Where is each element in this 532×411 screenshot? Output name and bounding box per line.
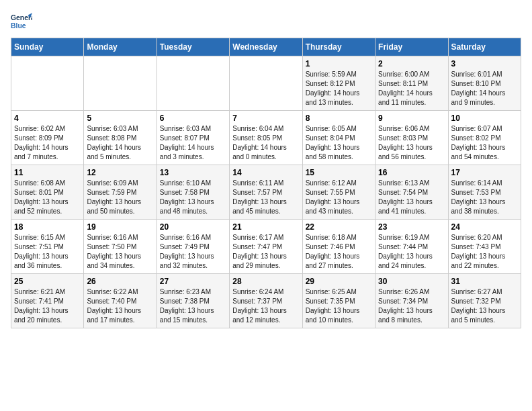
calendar-week-row: 18Sunrise: 6:15 AM Sunset: 7:51 PM Dayli…: [11, 220, 521, 274]
day-info: Sunrise: 6:16 AM Sunset: 7:50 PM Dayligh…: [87, 233, 153, 271]
day-info: Sunrise: 6:09 AM Sunset: 7:59 PM Dayligh…: [87, 179, 153, 216]
calendar-cell: 26Sunrise: 6:22 AM Sunset: 7:40 PM Dayli…: [84, 274, 157, 328]
calendar-cell: 27Sunrise: 6:23 AM Sunset: 7:38 PM Dayli…: [157, 274, 229, 328]
calendar-cell: 2Sunrise: 6:00 AM Sunset: 8:11 PM Daylig…: [375, 56, 448, 111]
day-number: 16: [378, 168, 445, 177]
day-info: Sunrise: 6:27 AM Sunset: 7:32 PM Dayligh…: [451, 287, 518, 325]
day-info: Sunrise: 6:02 AM Sunset: 8:09 PM Dayligh…: [14, 124, 81, 162]
calendar-week-row: 4Sunrise: 6:02 AM Sunset: 8:09 PM Daylig…: [11, 111, 521, 165]
calendar-week-row: 11Sunrise: 6:08 AM Sunset: 8:01 PM Dayli…: [11, 165, 521, 220]
day-number: 2: [378, 59, 445, 68]
calendar-cell: 28Sunrise: 6:24 AM Sunset: 7:37 PM Dayli…: [230, 274, 302, 328]
day-number: 27: [160, 277, 226, 286]
day-info: Sunrise: 6:00 AM Sunset: 8:11 PM Dayligh…: [378, 70, 445, 107]
day-number: 25: [14, 277, 81, 286]
day-number: 24: [451, 222, 518, 232]
day-info: Sunrise: 6:11 AM Sunset: 7:57 PM Dayligh…: [232, 179, 299, 216]
logo: General Blue: [11, 11, 32, 32]
day-number: 20: [160, 222, 226, 232]
day-number: 13: [160, 168, 226, 177]
day-number: 19: [87, 222, 153, 232]
day-number: 6: [160, 113, 226, 123]
day-info: Sunrise: 6:25 AM Sunset: 7:35 PM Dayligh…: [306, 287, 372, 325]
day-info: Sunrise: 6:24 AM Sunset: 7:37 PM Dayligh…: [232, 287, 299, 325]
calendar-cell: 17Sunrise: 6:14 AM Sunset: 7:53 PM Dayli…: [448, 165, 521, 220]
weekday-header: Friday: [375, 38, 448, 56]
day-info: Sunrise: 6:03 AM Sunset: 8:08 PM Dayligh…: [87, 124, 153, 162]
day-number: 8: [306, 113, 372, 123]
calendar-cell: 3Sunrise: 6:01 AM Sunset: 8:10 PM Daylig…: [448, 56, 521, 111]
day-info: Sunrise: 6:21 AM Sunset: 7:41 PM Dayligh…: [14, 287, 81, 325]
day-number: 29: [306, 277, 372, 286]
calendar-cell: 11Sunrise: 6:08 AM Sunset: 8:01 PM Dayli…: [11, 165, 84, 220]
calendar-cell: 10Sunrise: 6:07 AM Sunset: 8:02 PM Dayli…: [448, 111, 521, 165]
calendar-cell: [157, 56, 229, 111]
day-number: 26: [87, 277, 153, 286]
calendar-cell: 18Sunrise: 6:15 AM Sunset: 7:51 PM Dayli…: [11, 220, 84, 274]
day-info: Sunrise: 5:59 AM Sunset: 8:12 PM Dayligh…: [306, 70, 372, 107]
day-number: 18: [14, 222, 81, 232]
day-info: Sunrise: 6:07 AM Sunset: 8:02 PM Dayligh…: [451, 124, 518, 162]
calendar-cell: 7Sunrise: 6:04 AM Sunset: 8:05 PM Daylig…: [230, 111, 302, 165]
day-info: Sunrise: 6:08 AM Sunset: 8:01 PM Dayligh…: [14, 179, 81, 216]
weekday-header: Tuesday: [157, 38, 229, 56]
day-info: Sunrise: 6:19 AM Sunset: 7:44 PM Dayligh…: [378, 233, 445, 271]
day-number: 15: [306, 168, 372, 177]
day-info: Sunrise: 6:22 AM Sunset: 7:40 PM Dayligh…: [87, 287, 153, 325]
weekday-header: Thursday: [302, 38, 375, 56]
day-number: 31: [451, 277, 518, 286]
day-info: Sunrise: 6:26 AM Sunset: 7:34 PM Dayligh…: [378, 287, 445, 325]
calendar-table: SundayMondayTuesdayWednesdayThursdayFrid…: [11, 38, 521, 328]
day-info: Sunrise: 6:10 AM Sunset: 7:58 PM Dayligh…: [160, 179, 226, 216]
weekday-header: Wednesday: [230, 38, 302, 56]
day-info: Sunrise: 6:14 AM Sunset: 7:53 PM Dayligh…: [451, 179, 518, 216]
day-number: 17: [451, 168, 518, 177]
calendar-cell: 4Sunrise: 6:02 AM Sunset: 8:09 PM Daylig…: [11, 111, 84, 165]
calendar-cell: [230, 56, 302, 111]
calendar-cell: 1Sunrise: 5:59 AM Sunset: 8:12 PM Daylig…: [302, 56, 375, 111]
calendar-cell: 25Sunrise: 6:21 AM Sunset: 7:41 PM Dayli…: [11, 274, 84, 328]
day-number: 3: [451, 59, 518, 68]
day-info: Sunrise: 6:17 AM Sunset: 7:47 PM Dayligh…: [232, 233, 299, 271]
calendar-week-row: 25Sunrise: 6:21 AM Sunset: 7:41 PM Dayli…: [11, 274, 521, 328]
day-number: 30: [378, 277, 445, 286]
calendar-cell: 12Sunrise: 6:09 AM Sunset: 7:59 PM Dayli…: [84, 165, 157, 220]
calendar-cell: 21Sunrise: 6:17 AM Sunset: 7:47 PM Dayli…: [230, 220, 302, 274]
calendar-body: 1Sunrise: 5:59 AM Sunset: 8:12 PM Daylig…: [11, 56, 521, 328]
calendar-cell: [84, 56, 157, 111]
calendar-cell: 24Sunrise: 6:20 AM Sunset: 7:43 PM Dayli…: [448, 220, 521, 274]
day-info: Sunrise: 6:18 AM Sunset: 7:46 PM Dayligh…: [306, 233, 372, 271]
calendar-cell: 14Sunrise: 6:11 AM Sunset: 7:57 PM Dayli…: [230, 165, 302, 220]
calendar-cell: 6Sunrise: 6:03 AM Sunset: 8:07 PM Daylig…: [157, 111, 229, 165]
logo-icon: General Blue: [11, 11, 32, 32]
day-info: Sunrise: 6:16 AM Sunset: 7:49 PM Dayligh…: [160, 233, 226, 271]
day-number: 1: [306, 59, 372, 68]
calendar-cell: 19Sunrise: 6:16 AM Sunset: 7:50 PM Dayli…: [84, 220, 157, 274]
calendar-cell: 13Sunrise: 6:10 AM Sunset: 7:58 PM Dayli…: [157, 165, 229, 220]
weekday-header: Saturday: [448, 38, 521, 56]
calendar-cell: 15Sunrise: 6:12 AM Sunset: 7:55 PM Dayli…: [302, 165, 375, 220]
day-info: Sunrise: 6:23 AM Sunset: 7:38 PM Dayligh…: [160, 287, 226, 325]
day-number: 23: [378, 222, 445, 232]
day-number: 22: [306, 222, 372, 232]
day-number: 5: [87, 113, 153, 123]
day-info: Sunrise: 6:15 AM Sunset: 7:51 PM Dayligh…: [14, 233, 81, 271]
calendar-cell: 5Sunrise: 6:03 AM Sunset: 8:08 PM Daylig…: [84, 111, 157, 165]
day-number: 28: [232, 277, 299, 286]
day-number: 14: [232, 168, 299, 177]
weekday-header: Monday: [84, 38, 157, 56]
calendar-cell: 29Sunrise: 6:25 AM Sunset: 7:35 PM Dayli…: [302, 274, 375, 328]
calendar-cell: 30Sunrise: 6:26 AM Sunset: 7:34 PM Dayli…: [375, 274, 448, 328]
day-info: Sunrise: 6:13 AM Sunset: 7:54 PM Dayligh…: [378, 179, 445, 216]
day-number: 9: [378, 113, 445, 123]
day-number: 4: [14, 113, 81, 123]
day-number: 10: [451, 113, 518, 123]
calendar-cell: 16Sunrise: 6:13 AM Sunset: 7:54 PM Dayli…: [375, 165, 448, 220]
calendar-header-row: SundayMondayTuesdayWednesdayThursdayFrid…: [11, 38, 521, 56]
calendar-cell: [11, 56, 84, 111]
svg-text:Blue: Blue: [11, 22, 26, 30]
day-info: Sunrise: 6:04 AM Sunset: 8:05 PM Dayligh…: [232, 124, 299, 162]
day-info: Sunrise: 6:12 AM Sunset: 7:55 PM Dayligh…: [306, 179, 372, 216]
calendar-cell: 20Sunrise: 6:16 AM Sunset: 7:49 PM Dayli…: [157, 220, 229, 274]
calendar-cell: 9Sunrise: 6:06 AM Sunset: 8:03 PM Daylig…: [375, 111, 448, 165]
